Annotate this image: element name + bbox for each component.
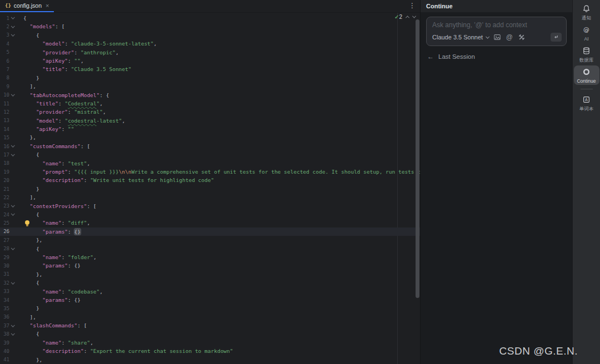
code-line-10[interactable]: 10 "tabAutocompleteModel": { (0, 91, 420, 99)
tab-close-icon[interactable]: × (46, 3, 49, 9)
fold-chevron-icon[interactable] (9, 205, 17, 208)
code-lines: 1{2 "models": [3 {4 "model": "claude-3-5… (0, 14, 420, 364)
fold-chevron-icon[interactable] (9, 282, 17, 285)
line-number: 3 (0, 32, 9, 38)
code-text: "title": "Claude 3.5 Sonnet" (17, 65, 132, 73)
send-button[interactable] (551, 33, 562, 42)
line-number: 24 (0, 212, 9, 218)
code-line-37[interactable]: 37 "slashCommands": [ (0, 321, 420, 330)
fold-chevron-icon[interactable] (9, 333, 17, 336)
code-line-4[interactable]: 4 "model": "claude-3-5-sonnet-latest", (0, 39, 420, 48)
prev-problem-icon[interactable] (406, 16, 409, 19)
editor-more-menu-icon[interactable]: ⋮ (409, 2, 416, 9)
code-line-40[interactable]: 40 "description": "Export the current ch… (0, 347, 420, 355)
line-number: 22 (0, 195, 9, 200)
add-context-icon[interactable]: @ (506, 33, 513, 41)
code-line-27[interactable]: 27 }, (0, 236, 420, 244)
database-icon (582, 47, 591, 57)
code-text: "model": "claude-3-5-sonnet-latest", (17, 39, 157, 48)
activity-item-单词本[interactable]: A单词本 (574, 93, 599, 113)
code-line-32[interactable]: 32 { (0, 279, 420, 287)
code-line-29[interactable]: 29 "name": "folder", (0, 253, 420, 261)
editor-scrollbar[interactable] (416, 19, 419, 298)
code-text: }, (17, 236, 42, 244)
fold-chevron-icon[interactable] (9, 94, 17, 97)
code-line-3[interactable]: 3 { (0, 31, 420, 39)
image-attach-icon[interactable] (493, 33, 501, 41)
activity-item-Continue[interactable]: Continue (574, 65, 599, 85)
fold-chevron-icon[interactable] (9, 154, 17, 156)
code-line-8[interactable]: 8 } (0, 74, 420, 82)
line-number: 20 (0, 178, 9, 183)
code-line-33[interactable]: 33 "name": "codebase", (0, 287, 420, 296)
code-text: { (17, 279, 39, 287)
code-line-31[interactable]: 31 }, (0, 270, 420, 279)
next-problem-icon[interactable] (412, 14, 416, 18)
tab-config-json[interactable]: {} config.json × (0, 0, 54, 12)
continue-panel-header: Continue (421, 0, 572, 12)
line-number: 38 (0, 331, 9, 337)
tab-label: config.json (14, 2, 42, 9)
code-editor[interactable]: 1{2 "models": [3 {4 "model": "claude-3-5… (0, 13, 420, 364)
activity-item-数据库[interactable]: 数据库 (574, 44, 599, 64)
line-number: 7 (0, 67, 9, 72)
inspection-count: 2 (399, 14, 402, 20)
code-line-14[interactable]: 14 "apiKey": "" (0, 125, 420, 133)
json-file-icon: {} (5, 3, 11, 8)
continue-panel: Continue Ask anything, '@' to add contex… (420, 0, 572, 364)
code-line-28[interactable]: 28 { (0, 245, 420, 253)
code-line-26[interactable]: 26 "params": {} (0, 228, 420, 236)
code-line-2[interactable]: 2 "models": [ (0, 22, 420, 31)
activity-item-AI[interactable]: @AI (574, 23, 599, 43)
code-line-7[interactable]: 7 "title": "Claude 3.5 Sonnet" (0, 65, 420, 73)
tools-icon[interactable] (518, 33, 526, 41)
code-line-21[interactable]: 21 } (0, 185, 420, 193)
code-line-13[interactable]: 13 "model": "codestral-latest", (0, 117, 420, 125)
line-number: 29 (0, 255, 9, 260)
line-number: 34 (0, 297, 9, 303)
fold-chevron-icon[interactable] (9, 247, 17, 250)
chat-input-box[interactable]: Ask anything, '@' to add context Claude … (426, 17, 567, 46)
activity-item-通知[interactable]: 通知 (574, 2, 599, 22)
fold-chevron-icon[interactable] (9, 145, 17, 148)
code-line-5[interactable]: 5 "provider": "anthropic", (0, 48, 420, 57)
fold-chevron-icon[interactable] (9, 26, 17, 28)
panel-title: Continue (426, 3, 453, 9)
fold-chevron-icon[interactable] (9, 325, 17, 327)
code-line-25[interactable]: 25 "name": "diff", (0, 219, 420, 227)
code-text: }, (17, 356, 42, 364)
fold-chevron-icon[interactable] (9, 17, 17, 19)
code-line-41[interactable]: 41 }, (0, 356, 420, 364)
inspection-widget[interactable]: ✓2 (394, 14, 416, 20)
last-session-link[interactable]: ← Last Session (421, 46, 572, 67)
code-line-12[interactable]: 12 "provider": "mistral", (0, 108, 420, 116)
right-activity-bar: 通知@AI数据库ContinueA单词本 (572, 0, 600, 364)
code-line-16[interactable]: 16 "customCommands": [ (0, 142, 420, 150)
code-line-23[interactable]: 23 "contextProviders": [ (0, 202, 420, 210)
code-line-17[interactable]: 17 { (0, 150, 420, 159)
code-line-18[interactable]: 18 "name": "test", (0, 159, 420, 168)
fold-chevron-icon[interactable] (9, 34, 17, 37)
code-line-9[interactable]: 9 ], (0, 82, 420, 90)
code-line-19[interactable]: 19 "prompt": "{{{ input }}}\n\nWrite a c… (0, 168, 420, 176)
code-text: { (17, 150, 39, 159)
code-text: }, (17, 133, 36, 141)
back-arrow-icon: ← (427, 53, 434, 60)
code-line-20[interactable]: 20 "description": "Write unit tests for … (0, 176, 420, 184)
code-line-30[interactable]: 30 "params": {} (0, 261, 420, 270)
code-line-36[interactable]: 36 ], (0, 313, 420, 321)
code-line-38[interactable]: 38 { (0, 330, 420, 338)
fold-chevron-icon[interactable] (9, 213, 17, 216)
code-line-22[interactable]: 22 ], (0, 193, 420, 201)
code-line-6[interactable]: 6 "apiKey": "", (0, 57, 420, 65)
code-line-15[interactable]: 15 }, (0, 133, 420, 141)
code-line-35[interactable]: 35 } (0, 304, 420, 312)
code-line-24[interactable]: 24 { (0, 210, 420, 219)
line-number: 15 (0, 135, 9, 140)
activity-bar-divider (581, 89, 593, 89)
code-line-1[interactable]: 1{ (0, 14, 420, 22)
code-line-39[interactable]: 39 "name": "share", (0, 338, 420, 347)
code-line-11[interactable]: 11 "title": "Codestral", (0, 99, 420, 108)
model-selector[interactable]: Claude 3.5 Sonnet (432, 34, 488, 41)
code-line-34[interactable]: 34 "params": {} (0, 296, 420, 304)
